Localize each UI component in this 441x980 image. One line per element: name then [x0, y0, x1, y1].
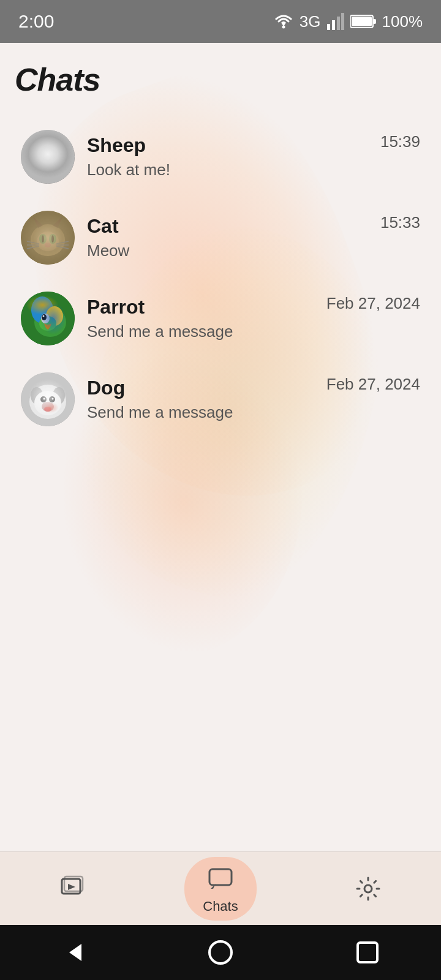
nav-label-chats: Chats — [203, 899, 238, 914]
svg-point-16 — [21, 211, 75, 265]
svg-point-21 — [39, 234, 47, 244]
svg-point-20 — [37, 232, 59, 251]
svg-point-34 — [31, 296, 53, 323]
main-content: Chats Sheep Look at me! 15:39 — [0, 43, 441, 440]
chat-name-parrot: Parrot — [87, 296, 326, 318]
svg-rect-1 — [327, 24, 330, 30]
svg-line-28 — [27, 246, 39, 249]
svg-point-48 — [52, 398, 54, 400]
svg-line-31 — [56, 246, 69, 249]
svg-marker-18 — [33, 217, 43, 228]
svg-rect-54 — [209, 869, 232, 885]
nav-item-media[interactable] — [39, 867, 107, 911]
svg-point-36 — [39, 316, 56, 331]
bottom-nav: Chats — [0, 851, 441, 925]
back-button[interactable] — [58, 937, 89, 968]
svg-rect-2 — [332, 20, 335, 30]
svg-point-0 — [282, 26, 285, 29]
nav-item-settings[interactable] — [334, 867, 402, 911]
svg-line-26 — [27, 241, 39, 244]
svg-point-43 — [53, 387, 65, 404]
svg-rect-6 — [373, 19, 376, 24]
avatar-parrot — [21, 292, 75, 345]
status-icons: 3G 100% — [274, 12, 423, 31]
battery-label: 100% — [382, 12, 423, 31]
svg-marker-19 — [53, 217, 62, 228]
status-time: 2:00 — [18, 11, 54, 32]
svg-point-55 — [364, 885, 372, 892]
chat-name-sheep: Sheep — [87, 134, 380, 157]
svg-rect-4 — [341, 13, 344, 30]
nav-item-chats[interactable]: Chats — [184, 857, 256, 921]
home-button[interactable] — [205, 937, 236, 968]
status-bar: 2:00 3G 100% — [0, 0, 441, 43]
chat-item-sheep[interactable]: Sheep Look at me! 15:39 — [15, 116, 426, 197]
svg-rect-7 — [352, 17, 372, 26]
svg-marker-53 — [68, 884, 75, 890]
svg-point-35 — [46, 306, 63, 326]
chat-time-sheep: 15:39 — [380, 132, 420, 151]
chat-item-dog[interactable]: Dog Send me a message Feb 27, 2024 — [15, 359, 426, 440]
signal-icon — [327, 13, 344, 30]
chat-info-cat: Cat Meow — [87, 215, 380, 260]
svg-point-22 — [49, 234, 56, 244]
svg-point-41 — [29, 385, 66, 419]
parrot-avatar-graphic — [21, 292, 75, 345]
svg-point-45 — [40, 396, 47, 402]
svg-point-23 — [42, 235, 44, 243]
recents-button[interactable] — [352, 937, 383, 968]
svg-point-33 — [34, 307, 66, 337]
chat-name-dog: Dog — [87, 377, 326, 399]
chat-time-cat: 15:33 — [380, 213, 420, 232]
svg-rect-3 — [337, 17, 340, 30]
chat-info-parrot: Parrot Send me a message — [87, 296, 326, 341]
svg-point-32 — [21, 292, 75, 345]
chat-preview-dog: Send me a message — [87, 403, 326, 422]
svg-point-40 — [21, 372, 75, 426]
sheep-avatar-graphic — [21, 130, 75, 184]
chat-list: Sheep Look at me! 15:39 — [15, 116, 426, 440]
chat-time-dog: Feb 27, 2024 — [326, 375, 420, 394]
svg-point-42 — [31, 387, 43, 404]
svg-point-38 — [42, 314, 47, 320]
svg-point-15 — [43, 162, 53, 168]
svg-point-17 — [31, 224, 65, 256]
chat-preview-parrot: Send me a message — [87, 322, 326, 341]
dog-avatar-graphic — [21, 372, 75, 426]
cat-avatar-graphic — [21, 211, 75, 265]
chat-preview-sheep: Look at me! — [87, 160, 380, 179]
chat-info-sheep: Sheep Look at me! — [87, 134, 380, 179]
avatar-cat — [21, 211, 75, 265]
svg-point-25 — [45, 243, 51, 247]
chat-item-cat[interactable]: Cat Meow 15:33 — [15, 197, 426, 278]
svg-point-37 — [41, 314, 50, 323]
battery-icon — [350, 13, 376, 29]
chat-info-dog: Dog Send me a message — [87, 377, 326, 422]
svg-point-49 — [42, 402, 54, 412]
page-title: Chats — [15, 61, 426, 98]
chat-icon — [205, 863, 236, 895]
svg-point-9 — [31, 138, 65, 170]
svg-point-24 — [51, 235, 54, 243]
chat-item-parrot[interactable]: Parrot Send me a message Feb 27, 2024 — [15, 278, 426, 359]
svg-point-8 — [21, 130, 75, 184]
svg-point-44 — [34, 391, 61, 415]
chat-time-parrot: Feb 27, 2024 — [326, 294, 420, 313]
svg-point-10 — [32, 145, 47, 157]
svg-point-13 — [42, 153, 47, 158]
settings-icon — [352, 873, 384, 905]
wifi-icon — [274, 13, 293, 30]
svg-point-47 — [43, 398, 45, 400]
svg-point-12 — [38, 154, 58, 169]
avatar-dog — [21, 372, 75, 426]
svg-point-39 — [43, 315, 45, 317]
chat-name-cat: Cat — [87, 215, 380, 238]
media-icon — [57, 873, 89, 905]
system-nav-bar — [0, 925, 441, 980]
svg-line-29 — [56, 241, 69, 244]
svg-point-46 — [49, 396, 55, 402]
svg-point-11 — [49, 145, 64, 157]
network-label: 3G — [300, 12, 321, 31]
svg-point-14 — [49, 153, 54, 158]
chat-preview-cat: Meow — [87, 241, 380, 260]
